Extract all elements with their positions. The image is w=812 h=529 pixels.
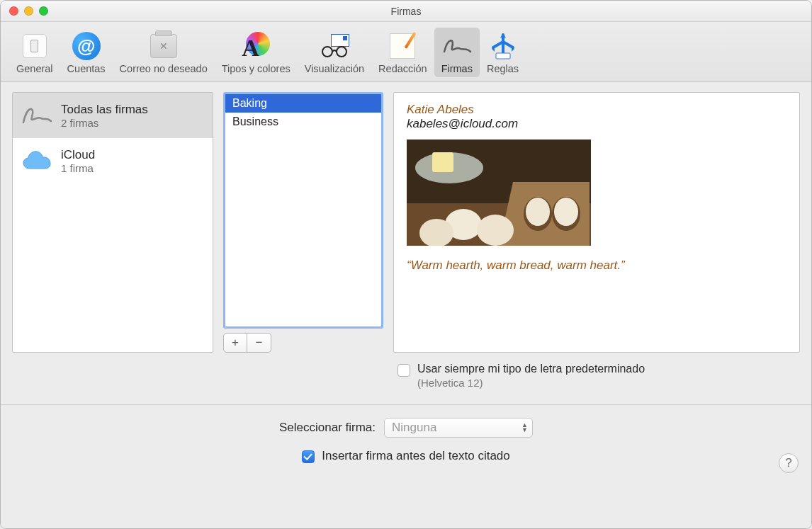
- toolbar-label: Firmas: [441, 63, 473, 74]
- preview-email: kabeles@icloud.com: [407, 117, 786, 131]
- rules-icon: [487, 30, 519, 62]
- account-title: Todas las firmas: [61, 103, 148, 117]
- preferences-window: Firmas General @ Cuentas Correo no desea…: [0, 0, 812, 529]
- at-icon: @: [71, 30, 102, 62]
- glasses-icon: [319, 30, 350, 62]
- chevron-up-down-icon: ▲▼: [521, 423, 528, 433]
- trash-icon: [148, 30, 179, 62]
- close-button[interactable]: [9, 6, 18, 16]
- toolbar-accounts[interactable]: @ Cuentas: [60, 28, 113, 77]
- content-area: Todas las firmas 2 firmas iCloud 1 firma: [1, 82, 811, 528]
- general-icon: [19, 30, 50, 62]
- toolbar-junk[interactable]: Correo no deseado: [113, 28, 215, 77]
- titlebar: Firmas: [1, 1, 811, 22]
- traffic-lights: [9, 6, 48, 16]
- toolbar-label: Correo no deseado: [120, 63, 208, 74]
- toolbar-label: General: [16, 63, 53, 74]
- select-signature-label: Seleccionar firma:: [279, 421, 376, 435]
- toolbar-composing[interactable]: Redacción: [371, 28, 434, 77]
- toolbar-label: Redacción: [378, 63, 427, 74]
- svg-rect-6: [432, 152, 453, 172]
- account-row-all[interactable]: Todas las firmas 2 firmas: [13, 93, 213, 138]
- select-signature-dropdown[interactable]: Ninguna ▲▼: [384, 418, 533, 438]
- select-signature-value: Ninguna: [392, 421, 436, 435]
- signature-icon: [441, 30, 473, 62]
- svg-point-10: [554, 198, 578, 226]
- svg-rect-2: [496, 53, 510, 59]
- toolbar-rules[interactable]: Reglas: [480, 28, 526, 77]
- fonts-colors-icon: A: [240, 30, 271, 62]
- below-panes: Usar siempre mi tipo de letra predetermi…: [1, 357, 811, 397]
- window-title: Firmas: [1, 6, 811, 17]
- preview-image: [407, 140, 591, 246]
- svg-point-0: [322, 47, 332, 57]
- preview-name: Katie Abeles: [407, 103, 786, 117]
- use-default-font-label: Usar siempre mi tipo de letra predetermi…: [417, 363, 645, 375]
- signature-item-business[interactable]: Business: [225, 113, 381, 131]
- add-signature-button[interactable]: +: [223, 333, 247, 353]
- pencil-icon: [387, 30, 418, 62]
- svg-point-1: [337, 47, 346, 57]
- toolbar-label: Reglas: [487, 63, 519, 74]
- zoom-button[interactable]: [39, 6, 48, 16]
- signature-icon: [21, 100, 52, 131]
- insert-before-label: Insertar firma antes del texto citado: [322, 449, 510, 463]
- preview-quote: “Warm hearth, warm bread, warm heart.”: [407, 258, 786, 273]
- default-font-row: Usar siempre mi tipo de letra predetermi…: [397, 363, 799, 389]
- select-signature-row: Seleccionar firma: Ninguna ▲▼: [13, 418, 799, 438]
- account-title: iCloud: [61, 148, 95, 162]
- help-button[interactable]: ?: [779, 453, 799, 473]
- signature-item-baking[interactable]: Baking: [225, 94, 381, 113]
- toolbar-label: Visualización: [305, 63, 364, 74]
- toolbar-viewing[interactable]: Visualización: [298, 28, 371, 77]
- toolbar-signatures[interactable]: Firmas: [434, 28, 480, 77]
- signature-list[interactable]: Baking Business: [223, 92, 383, 329]
- prefs-toolbar: General @ Cuentas Correo no deseado A Ti…: [1, 22, 811, 82]
- default-font-sub: (Helvetica 12): [417, 377, 645, 389]
- toolbar-label: Tipos y colores: [222, 63, 291, 74]
- account-row-icloud[interactable]: iCloud 1 firma: [13, 138, 213, 183]
- use-default-font-checkbox[interactable]: [397, 364, 410, 377]
- accounts-list[interactable]: Todas las firmas 2 firmas iCloud 1 firma: [12, 92, 213, 353]
- minimize-button[interactable]: [24, 6, 33, 16]
- panes-row: Todas las firmas 2 firmas iCloud 1 firma: [1, 82, 811, 357]
- signature-preview[interactable]: Katie Abeles kabeles@icloud.com “W: [393, 92, 800, 353]
- insert-before-row: Insertar firma antes del texto citado: [13, 449, 799, 463]
- svg-point-9: [526, 198, 550, 226]
- account-subtitle: 2 firmas: [61, 117, 148, 129]
- bottom-section: Seleccionar firma: Ninguna ▲▼ Insertar f…: [1, 418, 811, 476]
- help-icon: ?: [785, 456, 791, 470]
- signature-list-column: Baking Business + −: [223, 92, 383, 353]
- remove-signature-button[interactable]: −: [247, 333, 271, 353]
- account-subtitle: 1 firma: [61, 162, 95, 174]
- divider: [1, 404, 811, 405]
- icloud-icon: [21, 145, 52, 176]
- svg-point-12: [477, 215, 514, 246]
- toolbar-label: Cuentas: [67, 63, 106, 74]
- insert-before-checkbox[interactable]: [302, 450, 315, 463]
- toolbar-general[interactable]: General: [9, 28, 60, 77]
- toolbar-fonts[interactable]: A Tipos y colores: [215, 28, 298, 77]
- add-remove-toolbar: + −: [223, 333, 383, 353]
